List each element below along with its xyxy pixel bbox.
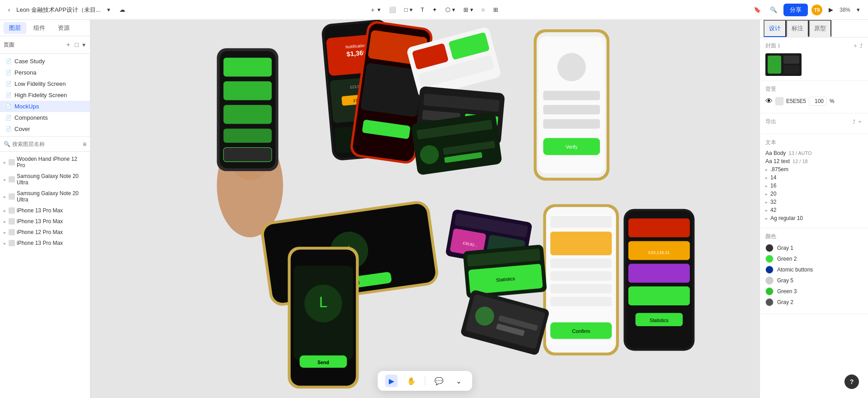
pen-button[interactable]: ✦: [429, 5, 440, 15]
page-icon: 📄: [5, 103, 12, 109]
expand-icon: ▸: [4, 230, 6, 235]
canvas[interactable]: Notification $1,360 £23,970.30 £7,907.1 …: [90, 20, 760, 398]
play-button[interactable]: ▶: [826, 5, 836, 15]
export-label: 导出: [765, 118, 776, 126]
bg-opacity-input[interactable]: [809, 97, 827, 106]
main-area: 图层 组件 资源 页面 ＋ □ ▾ 📄 Case Study 📄 Persona: [0, 20, 868, 398]
color-swatch-atomic[interactable]: [765, 266, 774, 274]
color-swatch-gray1[interactable]: [765, 244, 774, 252]
color-swatch-gray2[interactable]: [765, 298, 774, 306]
export-settings-button[interactable]: ⤴: [853, 119, 855, 125]
more-tool-button[interactable]: ⌄: [453, 375, 465, 387]
page-view-button[interactable]: □: [74, 40, 80, 50]
background-section: 背景 👁 E5E5E5 %: [760, 81, 868, 113]
layer-options-button[interactable]: ≡: [82, 140, 87, 149]
cover-add-button[interactable]: ＋: [853, 42, 858, 50]
layer-item[interactable]: ▸ iPhone 13 Pro Max: [0, 205, 90, 216]
hand-tool-button[interactable]: ✋: [405, 375, 418, 387]
shape-button[interactable]: □ ▾: [401, 5, 415, 15]
layer-item[interactable]: ▸ Wooden Hand iPhone 12 Pro: [0, 154, 90, 171]
search-box: 🔍 ≡: [0, 137, 90, 152]
top-toolbar: ‹ Leon 金融技术APP设计（未目... ▾ ☁ ＋ ▾ ⬜ □ ▾ T ✦…: [0, 0, 868, 20]
help-button[interactable]: ?: [844, 375, 859, 389]
bookmark-button[interactable]: 🔖: [751, 5, 764, 15]
export-add-button[interactable]: ＋: [857, 118, 863, 126]
select-button[interactable]: ⊞ ▾: [461, 5, 476, 15]
layer-item[interactable]: ▸ iPhone 13 Pro Max: [0, 216, 90, 227]
tab-components[interactable]: 组件: [28, 22, 51, 34]
tab-annotate[interactable]: 标注: [786, 20, 809, 37]
page-item-cover[interactable]: 📄 Cover: [0, 123, 90, 135]
page-item-high-fidelity[interactable]: 📄 High Fidelity Screen: [0, 89, 90, 101]
svg-rect-68: [550, 232, 612, 255]
color-swatch-green2[interactable]: [765, 255, 774, 263]
bg-color-swatch[interactable]: [775, 97, 783, 105]
page-more-button[interactable]: ▾: [81, 40, 86, 50]
crop-button[interactable]: ⊞: [491, 5, 501, 15]
colors-label: 颜色: [765, 233, 776, 240]
svg-rect-7: [223, 105, 272, 124]
color-row-gray2: Gray 2: [765, 298, 863, 306]
typo-label: 14: [770, 174, 776, 181]
tab-assets[interactable]: 资源: [52, 22, 75, 34]
color-row-green3: Green 3: [765, 287, 863, 295]
comment-tool-button[interactable]: 💬: [433, 375, 445, 387]
page-item-components[interactable]: 📄 Components: [0, 112, 90, 123]
typo-label: 32: [770, 199, 776, 205]
layer-item[interactable]: ▸ iPhone 13 Pro Max: [0, 238, 90, 248]
back-button[interactable]: ‹: [5, 5, 13, 15]
svg-text:Verify: Verify: [566, 145, 578, 150]
typo-item-ag10: ▸ Ag regular 10: [765, 215, 863, 221]
cover-label: 封面: [765, 42, 776, 50]
text-button[interactable]: T: [418, 5, 427, 15]
color-swatch-green3[interactable]: [765, 287, 774, 295]
svg-rect-8: [223, 129, 272, 143]
layer-label: iPhone 12 Pro Max: [17, 229, 63, 235]
toolbar-center: ＋ ▾ ⬜ □ ▾ T ✦ ⬡ ▾ ⊞ ▾ ○ ⊞: [222, 4, 646, 16]
add-page-button[interactable]: ＋: [64, 40, 72, 50]
page-item-low-fidelity[interactable]: 📄 Low Fidelity Screen: [0, 78, 90, 89]
frame-button[interactable]: ⬜: [386, 5, 399, 15]
expand-icon: ▸: [765, 183, 768, 188]
layer-label: Samsung Galaxy Note 20 Ultra: [17, 190, 86, 203]
user-avatar[interactable]: T9: [811, 5, 822, 15]
layer-item[interactable]: ▸ Samsung Galaxy Note 20 Ultra: [0, 171, 90, 188]
cover-info-icon[interactable]: ℹ: [778, 43, 780, 49]
color-swatch-gray5[interactable]: [765, 276, 774, 285]
cloud-button[interactable]: ☁: [117, 5, 128, 15]
svg-text:L: L: [319, 294, 328, 310]
search-button[interactable]: 🔍: [767, 5, 780, 15]
typo-label: Ag regular 10: [770, 215, 803, 221]
page-item-persona[interactable]: 📄 Persona: [0, 67, 90, 78]
ellipse-button[interactable]: ○: [479, 5, 488, 15]
svg-rect-33: [543, 105, 600, 114]
expand-icon: ▸: [4, 160, 6, 165]
layer-item[interactable]: ▸ Samsung Galaxy Note 20 Ultra: [0, 188, 90, 205]
page-item-case-study[interactable]: 📄 Case Study: [0, 56, 90, 67]
typo-item-body: Aa Body 13 / AUTO: [765, 150, 863, 156]
title-dropdown-button[interactable]: ▾: [104, 5, 113, 15]
color-row-gray1: Gray 1: [765, 244, 863, 252]
share-button[interactable]: 分享: [783, 4, 808, 16]
typography-section: 文本 Aa Body 13 / AUTO Aa 12 text 12 / 18 …: [760, 134, 868, 228]
export-title: 导出 ⤴ ＋: [765, 118, 863, 126]
color-label-gray2: Gray 2: [777, 299, 793, 305]
select-tool-button[interactable]: ▶: [385, 375, 398, 387]
add-button[interactable]: ＋ ▾: [367, 4, 383, 16]
zoom-level: 38%: [840, 7, 850, 13]
tab-design[interactable]: 设计: [764, 20, 786, 37]
bg-eye-icon[interactable]: 👁: [765, 97, 773, 105]
expand-icon: ▸: [765, 208, 768, 213]
component-button[interactable]: ⬡ ▾: [443, 5, 458, 15]
search-input[interactable]: [12, 141, 80, 147]
typo-label: 42: [770, 207, 776, 213]
zoom-dropdown[interactable]: ▾: [854, 5, 863, 15]
tab-layers[interactable]: 图层: [4, 22, 26, 34]
cover-export-button[interactable]: ⤴: [860, 43, 863, 49]
tab-prototype[interactable]: 原型: [809, 20, 831, 37]
layer-type-icon: [9, 218, 15, 225]
layer-item[interactable]: ▸ iPhone 12 Pro Max: [0, 227, 90, 238]
search-icon: 🔍: [4, 141, 10, 147]
page-item-mockups[interactable]: 📄 MockUps: [0, 101, 90, 112]
page-icon: 📄: [5, 70, 12, 75]
